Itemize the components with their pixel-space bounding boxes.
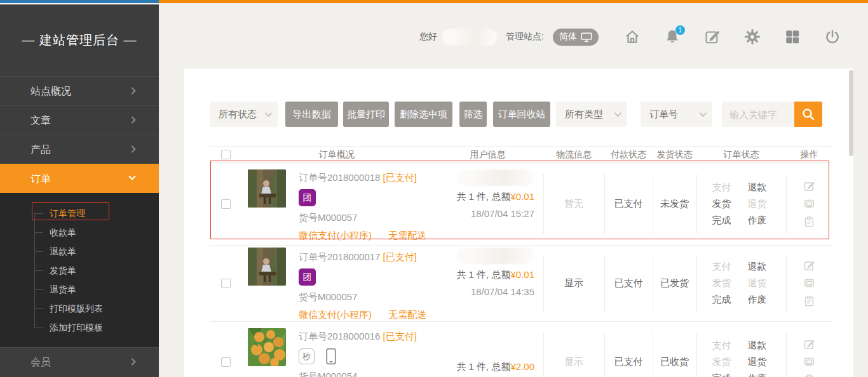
shipping-status: 已发货 bbox=[660, 277, 689, 289]
order-datetime: 18/07/04 15:27 bbox=[471, 208, 534, 219]
order-number: 订单号2018000017 bbox=[299, 251, 380, 262]
batch-print-button[interactable]: 批量打印 bbox=[343, 102, 389, 127]
select-all-checkbox[interactable] bbox=[221, 150, 231, 159]
logistics-status: 暂无 bbox=[564, 198, 583, 210]
home-icon[interactable] bbox=[624, 29, 641, 45]
type-filter-dropdown[interactable]: 所有类型 bbox=[556, 102, 627, 127]
order-summary-cell: 订单号2018000016 [已支付] 秒 货号M000054 bbox=[241, 322, 432, 377]
action-ship[interactable]: 发货 bbox=[712, 198, 731, 210]
action-void[interactable]: 作废 bbox=[748, 294, 767, 306]
action-return[interactable]: 退货 bbox=[748, 356, 767, 368]
action-void[interactable]: 作废 bbox=[748, 373, 767, 377]
paid-tag: [已支付] bbox=[383, 331, 417, 341]
paid-tag: [已支付] bbox=[383, 251, 417, 262]
action-refund[interactable]: 退款 bbox=[748, 340, 767, 352]
action-pay[interactable]: 支付 bbox=[712, 340, 731, 352]
edit-icon[interactable] bbox=[803, 338, 815, 350]
submenu-item-shipping-orders[interactable]: 发货单 bbox=[0, 261, 159, 280]
product-image bbox=[248, 248, 286, 286]
action-ship[interactable]: 发货 bbox=[712, 277, 731, 289]
sku-number: 货号M000057 bbox=[299, 212, 358, 224]
action-return[interactable]: 退货 bbox=[748, 198, 767, 210]
action-refund[interactable]: 退款 bbox=[748, 261, 767, 273]
order-amount: ¥0.01 bbox=[510, 269, 534, 280]
search-field-dropdown[interactable]: 订单号 bbox=[641, 102, 712, 127]
compose-icon[interactable] bbox=[704, 29, 721, 45]
logistics-status: 显示 bbox=[564, 356, 583, 368]
submenu-item-refund-orders[interactable]: 退款单 bbox=[0, 242, 159, 261]
sidebar-item-products[interactable]: 产品 bbox=[0, 135, 159, 164]
row-operations bbox=[803, 338, 815, 377]
chevron-right-icon bbox=[128, 145, 135, 152]
submenu-item-return-orders[interactable]: 退货单 bbox=[0, 280, 159, 299]
group-buy-badge: 团 bbox=[299, 189, 316, 206]
sidebar-item-label: 站点概况 bbox=[31, 86, 71, 96]
sidebar-item-articles[interactable]: 文章 bbox=[0, 105, 159, 135]
grid-icon[interactable] bbox=[784, 29, 801, 45]
row-checkbox[interactable] bbox=[221, 357, 231, 367]
sidebar-item-site-overview[interactable]: 站点概况 bbox=[0, 76, 159, 105]
delete-selected-button[interactable]: 删除选中项 bbox=[395, 102, 452, 127]
sidebar-item-label: 文章 bbox=[31, 115, 51, 126]
order-number: 订单号2018000016 bbox=[299, 331, 380, 341]
submenu-item-print-template-list[interactable]: 打印模版列表 bbox=[0, 299, 159, 318]
chevron-down-icon bbox=[614, 110, 621, 117]
order-recycle-bin-button[interactable]: 订单回收站 bbox=[493, 102, 550, 127]
dropdown-value: 订单号 bbox=[649, 109, 678, 121]
sidebar: — 建站管理后台 — 站点概况 文章 产品 订单 订单管理 收款单 退款单 发货… bbox=[0, 4, 159, 377]
action-complete[interactable]: 完成 bbox=[712, 215, 731, 227]
scrollbar-thumb[interactable] bbox=[849, 70, 853, 156]
sidebar-item-orders[interactable]: 订单 bbox=[0, 164, 159, 193]
delivery-method: 无需配送 bbox=[388, 230, 426, 241]
bell-icon[interactable]: 1 bbox=[664, 29, 681, 45]
filter-bar: 所有状态 导出数据 批量打印 删除选中项 筛选 订单回收站 所有类型 订单号 bbox=[210, 102, 822, 127]
dropdown-value: 所有类型 bbox=[565, 109, 603, 121]
action-complete[interactable]: 完成 bbox=[712, 294, 731, 306]
sidebar-item-label: 订单 bbox=[31, 173, 51, 184]
dropdown-value: 所有状态 bbox=[219, 109, 257, 121]
language-label: 简体 bbox=[559, 31, 577, 43]
filter-button[interactable]: 筛选 bbox=[459, 102, 487, 127]
payment-method: 微信支付(小程序) bbox=[299, 230, 372, 241]
search-input[interactable] bbox=[722, 102, 794, 127]
language-button[interactable]: 简体 bbox=[553, 29, 599, 46]
topbar: 您好 管理站点: 简体 1 bbox=[419, 25, 841, 48]
clipboard-icon[interactable] bbox=[803, 374, 815, 377]
col-header-user-info: 用户信息 bbox=[432, 147, 543, 162]
manage-site-label: 管理站点: bbox=[506, 31, 544, 43]
order-number: 订单号2018000018 bbox=[299, 172, 380, 183]
submenu-item-receipts[interactable]: 收款单 bbox=[0, 223, 159, 242]
order-summary-cell: 订单号2018000017 [已支付] 团 货号M000057 微信支付(小程序… bbox=[241, 246, 432, 321]
sidebar-item-members[interactable]: 会员 bbox=[0, 347, 159, 376]
action-pay[interactable]: 支付 bbox=[712, 182, 731, 194]
action-complete[interactable]: 完成 bbox=[712, 373, 731, 377]
edit-icon[interactable] bbox=[803, 260, 815, 272]
group-buy-badge: 团 bbox=[299, 268, 316, 286]
clipboard-icon[interactable] bbox=[803, 295, 815, 307]
print-icon[interactable] bbox=[803, 198, 815, 210]
table-row: 订单号2018000017 [已支付] 团 货号M000057 微信支付(小程序… bbox=[210, 246, 832, 322]
row-checkbox[interactable] bbox=[221, 199, 231, 209]
action-refund[interactable]: 退款 bbox=[748, 182, 767, 194]
action-void[interactable]: 作废 bbox=[748, 215, 767, 227]
export-data-button[interactable]: 导出数据 bbox=[285, 102, 338, 127]
action-pay[interactable]: 支付 bbox=[712, 261, 731, 273]
print-icon[interactable] bbox=[803, 277, 815, 289]
phone-icon bbox=[326, 348, 336, 365]
payment-status: 已支付 bbox=[614, 277, 643, 289]
edit-icon[interactable] bbox=[803, 180, 815, 192]
chevron-down-icon bbox=[128, 173, 135, 180]
action-ship[interactable]: 发货 bbox=[712, 356, 731, 368]
search-button[interactable] bbox=[794, 102, 822, 127]
power-icon[interactable] bbox=[824, 29, 841, 45]
sidebar-item-label: 产品 bbox=[31, 144, 51, 155]
action-return[interactable]: 退货 bbox=[748, 277, 767, 289]
user-info-cell: 共 1 件, 总额¥0.01 18/07/04 15:27 bbox=[432, 163, 543, 245]
print-icon[interactable] bbox=[803, 356, 815, 368]
submenu-item-add-print-template[interactable]: 添加打印模板 bbox=[0, 318, 159, 337]
status-filter-dropdown[interactable]: 所有状态 bbox=[210, 102, 278, 127]
submenu-item-order-management[interactable]: 订单管理 bbox=[0, 204, 159, 223]
clipboard-icon[interactable] bbox=[803, 216, 815, 228]
gear-icon[interactable] bbox=[744, 29, 761, 45]
row-checkbox[interactable] bbox=[221, 279, 231, 288]
